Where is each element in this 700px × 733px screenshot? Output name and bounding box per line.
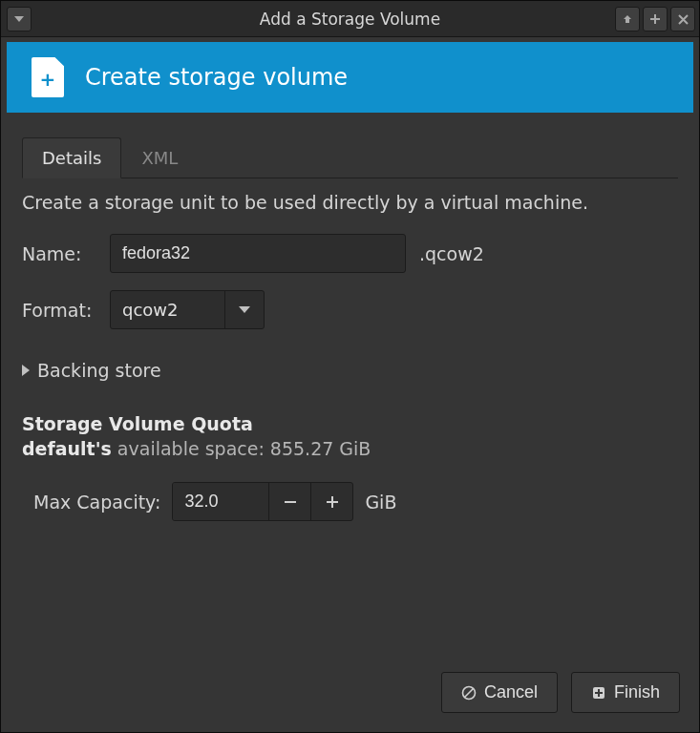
window-title: Add a Storage Volume xyxy=(1,10,699,29)
new-file-icon: + xyxy=(32,57,64,97)
tab-details[interactable]: Details xyxy=(22,137,121,178)
cancel-button[interactable]: Cancel xyxy=(441,672,558,713)
capacity-input[interactable] xyxy=(173,483,268,520)
svg-rect-4 xyxy=(327,501,338,503)
window-menu-button[interactable] xyxy=(7,7,32,31)
svg-line-6 xyxy=(464,688,473,697)
name-suffix: .qcow2 xyxy=(419,243,484,264)
minimize-button[interactable] xyxy=(615,7,640,31)
name-label: Name: xyxy=(22,243,96,264)
capacity-decrement-button[interactable] xyxy=(268,483,310,520)
banner-title: Create storage volume xyxy=(85,64,348,91)
capacity-spinner xyxy=(172,482,353,521)
add-icon xyxy=(591,685,606,701)
backing-store-expander[interactable]: Backing store xyxy=(22,360,678,381)
dialog-footer: Cancel Finish xyxy=(1,657,699,732)
finish-button[interactable]: Finish xyxy=(571,672,680,713)
tab-bar: Details XML xyxy=(22,137,678,178)
titlebar: Add a Storage Volume xyxy=(1,1,699,37)
svg-rect-1 xyxy=(650,18,660,20)
chevron-right-icon xyxy=(22,365,30,376)
capacity-unit: GiB xyxy=(365,492,396,513)
format-label: Format: xyxy=(22,300,96,321)
dialog-window: Add a Storage Volume + Create storage vo… xyxy=(0,0,700,733)
capacity-increment-button[interactable] xyxy=(310,483,352,520)
content-area: Details XML Create a storage unit to be … xyxy=(1,118,699,657)
maximize-button[interactable] xyxy=(643,7,668,31)
quota-available-text: available space: 855.27 GiB xyxy=(112,438,371,459)
name-row: Name: .qcow2 xyxy=(22,234,678,273)
chevron-down-icon[interactable] xyxy=(225,291,264,328)
backing-store-label: Backing store xyxy=(37,360,161,381)
details-panel: Create a storage unit to be used directl… xyxy=(22,178,678,521)
name-input[interactable] xyxy=(110,234,406,273)
finish-label: Finish xyxy=(614,682,660,702)
window-controls xyxy=(615,7,695,31)
format-value: qcow2 xyxy=(111,291,225,328)
quota-pool-name: default's xyxy=(22,438,112,459)
svg-rect-2 xyxy=(285,501,296,503)
capacity-label: Max Capacity: xyxy=(33,492,160,513)
svg-rect-9 xyxy=(595,692,603,694)
capacity-row: Max Capacity: GiB xyxy=(22,482,678,521)
close-button[interactable] xyxy=(670,7,695,31)
description-text: Create a storage unit to be used directl… xyxy=(22,192,678,213)
quota-heading: Storage Volume Quota xyxy=(22,413,678,434)
cancel-label: Cancel xyxy=(484,682,538,702)
quota-available: default's available space: 855.27 GiB xyxy=(22,438,678,459)
tab-xml[interactable]: XML xyxy=(121,137,198,178)
format-combobox[interactable]: qcow2 xyxy=(110,290,265,329)
format-row: Format: qcow2 xyxy=(22,290,678,329)
cancel-icon xyxy=(461,685,477,701)
header-banner: + Create storage volume xyxy=(7,42,693,113)
